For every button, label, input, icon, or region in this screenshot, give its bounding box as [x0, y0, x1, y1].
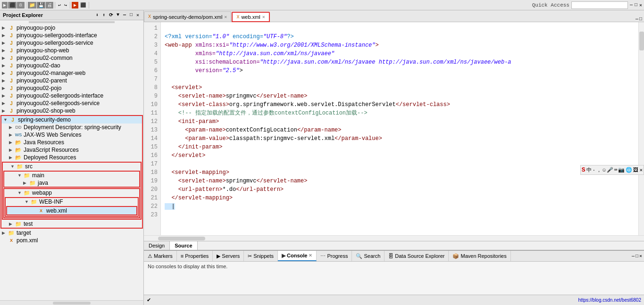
- tree-item-pinyougou02-pojo[interactable]: ▶ J pinyougou02-pojo: [0, 84, 143, 92]
- servers-icon: ▶: [217, 253, 220, 259]
- toolbar-icon-run[interactable]: ▶: [72, 2, 78, 8]
- tree-arrow: ▶: [9, 148, 14, 152]
- tree-item-pinyougou-shop-web[interactable]: ▶ J pinyougou-shop-web: [0, 47, 143, 54]
- sogou-keyboard-icon[interactable]: ⌨: [614, 167, 618, 173]
- editor-minimize[interactable]: —: [636, 16, 638, 22]
- tree-item-pinyougou-pojo[interactable]: ▶ J pinyougou-pojo: [0, 24, 143, 32]
- sogou-web-icon[interactable]: 🌐: [626, 167, 632, 173]
- toolbar-icon-4[interactable]: 📁: [28, 2, 36, 8]
- tab-pom-xml[interactable]: X spring-security-demo/pom.xml ✕: [144, 11, 231, 22]
- tab-close-button[interactable]: ✕: [224, 14, 227, 20]
- sogou-close-icon[interactable]: ✕: [639, 167, 643, 173]
- close-icon[interactable]: ✕: [639, 2, 642, 8]
- sogou-skin-icon[interactable]: 🖼: [633, 167, 638, 173]
- tree-item-pinyougou02-sellergoods-service[interactable]: ▶ J pinyougou02-sellergoods-service: [0, 99, 143, 107]
- sidebar-h-scroll[interactable]: [0, 300, 143, 305]
- webxml-item-group: ▶ X web.xml: [6, 206, 137, 215]
- tree-arrow: ▼: [10, 164, 15, 169]
- tree-item-main[interactable]: ▼ 📁 main: [4, 172, 139, 179]
- editor-maximize[interactable]: □: [639, 16, 642, 22]
- header-minimize-icon[interactable]: —: [122, 12, 127, 18]
- toolbar-icon-7[interactable]: ↩: [57, 2, 62, 8]
- tree-item-pom-xml[interactable]: ▶ X pom.xml: [0, 237, 143, 244]
- sogou-camera-icon[interactable]: 📷: [618, 167, 625, 173]
- bottom-tab-markers[interactable]: ⚠ Markers: [144, 251, 177, 261]
- tree-item-jax-ws[interactable]: ▶ WS JAX-WS Web Services: [1, 131, 142, 139]
- project-icon: J: [8, 107, 15, 114]
- toolbar-icon-5[interactable]: 💾: [37, 2, 45, 8]
- header-maximize-icon[interactable]: □: [128, 12, 134, 18]
- tree-item-java[interactable]: ▶ 📁 java: [4, 179, 139, 187]
- tree-item-target[interactable]: ▶ 📁 target: [0, 229, 143, 237]
- tree-item-pinyougou02-manager-web[interactable]: ▶ J pinyougou02-manager-web: [0, 69, 143, 77]
- toolbar-icon-8[interactable]: ↪: [63, 2, 68, 8]
- code-content[interactable]: <?xml version="1.0" encoding="UTF-8"?> <…: [161, 22, 638, 235]
- tree-label: Deployment Descriptor: spring-security: [24, 124, 121, 131]
- tab-close-button[interactable]: ✕: [262, 14, 265, 20]
- sogou-punct-icon[interactable]: ，: [596, 166, 602, 173]
- project-icon: J: [8, 77, 15, 84]
- tree-item-javascript-resources[interactable]: ▶ 📂 JavaScript Resources: [1, 146, 142, 154]
- tree-item-test[interactable]: ▶ 📁 test: [1, 220, 142, 228]
- header-icon-1[interactable]: ⬇: [94, 12, 100, 18]
- tree-item-pinyougou02-shop-web[interactable]: ▶ J pinyougou02-shop-web: [0, 107, 143, 115]
- tree-item-pinyougou02-dao[interactable]: ▶ J pinyougou02-dao: [0, 62, 143, 69]
- tree-item-java-resources[interactable]: ▶ 📂 Java Resources: [1, 139, 142, 146]
- toolbar-icon-1[interactable]: ▶: [2, 2, 8, 8]
- editor-h-scroll[interactable]: [144, 235, 644, 241]
- tree-item-pinyougou02-parent[interactable]: ▶ J pinyougou02-parent: [0, 77, 143, 84]
- tree-item-pinyougou-sellergoods-service[interactable]: ▶ J pinyougou-sellergoods-service: [0, 39, 143, 47]
- toolbar-icon-3[interactable]: ⛭: [17, 2, 25, 8]
- tree-label: main: [32, 172, 44, 179]
- quick-access-input[interactable]: [571, 1, 628, 9]
- tree-item-webinf[interactable]: ▼ 📁 WEB-INF: [6, 198, 138, 206]
- toolbar-icon-6[interactable]: 🖨: [46, 2, 53, 8]
- header-icon-3[interactable]: ⟳: [108, 12, 114, 18]
- bottom-tab-properties[interactable]: ≡ Properties: [177, 251, 213, 261]
- bottom-tab-console[interactable]: ▶ Console ✕: [278, 251, 317, 261]
- tree-arrow: ▶: [2, 71, 7, 75]
- code-editor[interactable]: 12345 678910 1112131415 1617181920 21222…: [144, 22, 644, 235]
- tab-web-xml[interactable]: X web.xml ✕: [232, 12, 269, 22]
- bottom-tab-snippets[interactable]: ✂ Snippets: [244, 251, 278, 261]
- code-line-8: <servlet-name>springmvc</servlet-name>: [165, 93, 307, 99]
- tree-item-deployed-resources[interactable]: ▶ 📂 Deployed Resources: [1, 154, 142, 161]
- bottom-tab-search[interactable]: 🔍 Search: [352, 251, 385, 261]
- toolbar-icon-9[interactable]: ⬛: [79, 2, 87, 8]
- tree-item-pinyougou02-sellergoods-interface[interactable]: ▶ J pinyougou02-sellergoods-interface: [0, 92, 143, 99]
- bottom-tab-maven-repositories[interactable]: 📦 Maven Repositories: [449, 251, 510, 261]
- tree-label: JavaScript Resources: [24, 147, 79, 153]
- bottom-minimize-icon[interactable]: —: [632, 254, 635, 259]
- tree-item-pinyougou-sellergoods-interface[interactable]: ▶ J pinyougou-sellergoods-interface: [0, 32, 143, 39]
- header-icon-4[interactable]: ▼: [115, 12, 121, 18]
- tree-item-deployment-descriptor[interactable]: ▶ DD Deployment Descriptor: spring-secur…: [1, 124, 142, 131]
- header-icon-2[interactable]: ⬆: [101, 12, 107, 18]
- tree-item-webapp[interactable]: ▼ 📁 webapp: [4, 189, 139, 197]
- tree-item-spring-security-demo[interactable]: ▼ J spring-security-demo: [1, 116, 142, 124]
- tab-icon: X: [148, 14, 151, 19]
- header-close-icon[interactable]: ✕: [135, 12, 141, 18]
- sogou-emoji-icon[interactable]: ☺: [602, 167, 606, 173]
- maximize-icon[interactable]: □: [635, 2, 637, 8]
- tree-item-src[interactable]: ▼ 📁 src: [3, 163, 141, 170]
- tab-design[interactable]: Design: [144, 241, 170, 250]
- tree-item-pinyougou02-common[interactable]: ▶ J pinyougou02-common: [0, 54, 143, 62]
- minimize-icon[interactable]: —: [630, 2, 633, 8]
- tree-label: spring-security-demo: [18, 116, 71, 123]
- sogou-voice-icon[interactable]: 🎤: [607, 167, 613, 173]
- tree-item-web-xml[interactable]: ▶ X web.xml: [7, 207, 136, 214]
- tree-label: JAX-WS Web Services: [24, 132, 81, 138]
- editor-v-scrollbar[interactable]: [638, 22, 644, 235]
- sogou-cn-icon[interactable]: 中: [586, 166, 592, 173]
- bottom-close-icon[interactable]: ✕: [639, 253, 642, 259]
- progress-label: Progress: [327, 253, 348, 259]
- code-line-14: </init-param>: [165, 144, 222, 150]
- tree-arrow: ▶: [9, 155, 14, 160]
- console-close-icon[interactable]: ✕: [309, 253, 312, 258]
- toolbar-icon-2[interactable]: ⬛: [8, 2, 17, 8]
- bottom-tab-progress[interactable]: ⋯ Progress: [317, 251, 352, 261]
- bottom-maximize-icon[interactable]: □: [636, 254, 638, 259]
- bottom-tab-servers[interactable]: ▶ Servers: [213, 251, 244, 261]
- tab-source[interactable]: Source: [170, 241, 197, 250]
- bottom-tab-data-source-explorer[interactable]: 🗄 Data Source Explorer: [385, 251, 449, 261]
